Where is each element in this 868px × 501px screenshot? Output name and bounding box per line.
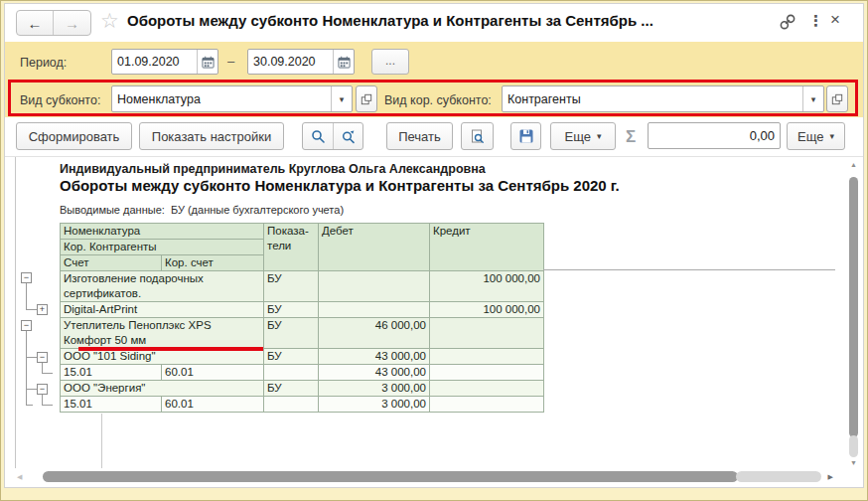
open-form-icon: [831, 93, 843, 105]
expander-row-3[interactable]: −: [37, 352, 48, 363]
report-data-note: Выводимые данные: БУ (данные бухгалтерск…: [60, 204, 344, 216]
corr-subconto-open-button[interactable]: [826, 85, 848, 112]
search-icon: [311, 129, 326, 144]
cell-name[interactable]: Digital-ArtPrint: [61, 302, 264, 318]
close-icon[interactable]: ×: [830, 10, 840, 30]
cell-credit[interactable]: [430, 381, 544, 397]
more-menu-icon[interactable]: ⋮: [808, 12, 823, 30]
preview-button[interactable]: [461, 122, 494, 150]
tree-line: [26, 357, 37, 358]
cell-debit[interactable]: 46 000,00: [319, 318, 430, 349]
tree-line: [26, 405, 33, 406]
cell-indicator[interactable]: БУ: [264, 349, 319, 365]
search-button[interactable]: [303, 123, 333, 149]
cell-account[interactable]: 15.01: [61, 365, 162, 381]
cell-indicator[interactable]: БУ: [264, 381, 319, 397]
horizontal-scrollbar[interactable]: ◀ ▶: [15, 468, 835, 486]
cell-credit[interactable]: [430, 349, 544, 365]
expander-row-5[interactable]: −: [37, 384, 48, 395]
header-corr-account[interactable]: Кор. счет: [162, 255, 264, 271]
generate-button[interactable]: Сформировать: [16, 122, 132, 150]
vertical-scrollbar-thumb[interactable]: [849, 177, 858, 437]
cell-indicator[interactable]: [264, 397, 319, 413]
cell-credit[interactable]: 100 000,00: [430, 302, 544, 318]
cell-indicator[interactable]: БУ: [264, 271, 319, 302]
more-secondary-label: Еще: [797, 129, 823, 144]
period-to-input[interactable]: [248, 50, 333, 74]
cell-debit[interactable]: 3 000,00: [319, 381, 430, 397]
autosum-input[interactable]: [649, 123, 780, 148]
cell-account[interactable]: 15.01: [61, 397, 162, 413]
report-table: Номенклатура Показа- тели Дебет Кредит К…: [60, 223, 544, 413]
more-actions-button[interactable]: Еще▾: [550, 122, 616, 150]
show-settings-button[interactable]: Показать настройки: [139, 122, 284, 150]
cell-debit[interactable]: 43 000,00: [319, 349, 430, 365]
params-panel: Период: –: [5, 42, 863, 117]
vertical-scrollbar-thumb-end: [849, 435, 858, 457]
horizontal-scrollbar-thumb[interactable]: [43, 471, 738, 482]
search-refresh-icon: [341, 129, 356, 144]
cell-credit[interactable]: 100 000,00: [430, 271, 544, 302]
vertical-scrollbar[interactable]: ▲ ▼: [847, 159, 860, 466]
cell-corr-account[interactable]: 60.01: [162, 365, 264, 381]
cell-credit[interactable]: [430, 397, 544, 413]
scroll-down-icon[interactable]: ▼: [850, 459, 857, 466]
window-chrome: ← → ☆ Обороты между субконто Номенклатур…: [4, 3, 864, 488]
chevron-down-icon: ▾: [340, 94, 345, 104]
favorite-star-icon[interactable]: ☆: [100, 9, 119, 33]
cell-debit[interactable]: [319, 271, 430, 302]
link-icon[interactable]: [779, 13, 796, 35]
subconto-input[interactable]: [112, 86, 331, 111]
period-from-input[interactable]: [112, 50, 197, 74]
corr-subconto-input[interactable]: [503, 86, 802, 111]
search-next-button[interactable]: [333, 123, 362, 149]
cell-credit[interactable]: [430, 365, 544, 381]
period-variants-button[interactable]: ...: [371, 49, 409, 75]
forward-button[interactable]: →: [54, 11, 90, 35]
header-account[interactable]: Счет: [61, 255, 162, 271]
scroll-left-icon[interactable]: ◀: [17, 473, 22, 481]
header-debit[interactable]: Дебет: [319, 224, 430, 271]
calendar-button[interactable]: [197, 50, 217, 74]
header-indicators[interactable]: Показа- тели: [264, 224, 319, 271]
subconto-dropdown-button[interactable]: ▾: [331, 86, 352, 111]
calendar-icon: [338, 56, 351, 69]
expander-row-1[interactable]: +: [37, 304, 48, 315]
scroll-right-icon[interactable]: ▶: [828, 473, 833, 481]
expander-row-2[interactable]: −: [21, 320, 32, 331]
report-toolbar: Сформировать Показать настройки Печать: [5, 117, 863, 156]
title-bar: ← → ☆ Обороты между субконто Номенклатур…: [5, 4, 863, 42]
cell-indicator[interactable]: [264, 365, 319, 381]
cell-corr-account[interactable]: 60.01: [162, 397, 264, 413]
period-to-field: [247, 49, 355, 75]
cell-debit[interactable]: 43 000,00: [319, 365, 430, 381]
corr-subconto-label: Вид кор. субконто:: [384, 93, 492, 107]
tree-line: [26, 331, 27, 406]
calendar-button[interactable]: [333, 50, 354, 74]
cell-name[interactable]: Изготовление подарочных сертификатов.: [61, 271, 264, 302]
cell-debit[interactable]: [319, 302, 430, 318]
cell-indicator[interactable]: БУ: [264, 318, 319, 349]
expander-row-0[interactable]: −: [21, 272, 32, 283]
scroll-up-icon[interactable]: ▲: [850, 161, 857, 168]
back-button[interactable]: ←: [17, 11, 54, 35]
cell-indicator[interactable]: БУ: [264, 302, 319, 318]
save-icon: [519, 129, 533, 143]
header-corr-contragents[interactable]: Кор. Контрагенты: [61, 240, 264, 255]
cell-credit[interactable]: [430, 318, 544, 349]
grid-column-line: [101, 414, 102, 468]
open-form-icon: [361, 93, 372, 105]
header-nomenclature[interactable]: Номенклатура: [61, 224, 264, 240]
cell-name[interactable]: Утеплитель Пеноплэкс XPS Комфорт 50 мм: [61, 318, 264, 349]
subconto-open-button[interactable]: [356, 85, 377, 112]
save-button[interactable]: [510, 122, 541, 150]
chevron-down-icon: ▾: [829, 131, 834, 141]
tree-line: [42, 405, 53, 406]
more-secondary-button[interactable]: Еще▾: [787, 122, 845, 150]
cell-name[interactable]: ООО "Энергия": [61, 381, 264, 397]
cell-debit[interactable]: 3 000,00: [319, 397, 430, 413]
tree-line: [26, 309, 37, 310]
corr-subconto-dropdown-button[interactable]: ▾: [802, 86, 823, 111]
header-credit[interactable]: Кредит: [430, 224, 544, 271]
print-button[interactable]: Печать: [386, 122, 453, 150]
